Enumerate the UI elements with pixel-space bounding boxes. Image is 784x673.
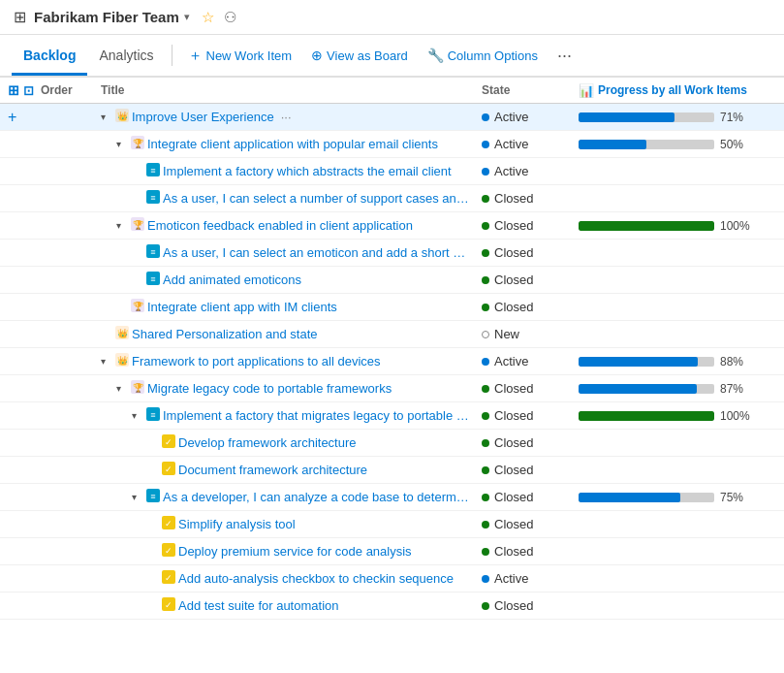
expand-icon[interactable]: ⊡ [23, 83, 34, 98]
add-child-button[interactable]: + [8, 109, 16, 126]
state-label: Active [494, 164, 528, 178]
svg-text:✓: ✓ [165, 519, 172, 529]
row-title: ✓ Simplify analysis tool [93, 514, 474, 534]
row-title-link[interactable]: Integrate client app with IM clients [147, 300, 337, 314]
th-title: Title [93, 83, 474, 97]
row-state: New [474, 327, 571, 341]
state-label: Active [494, 571, 528, 586]
table-row: ✓ Simplify analysis tool Closed [0, 511, 784, 538]
th-add-actions: ⊞ ⊡ [0, 82, 37, 98]
row-add-col: + [0, 109, 37, 126]
state-dot [482, 494, 489, 501]
row-title-link[interactable]: Emoticon feedback enabled in client appl… [147, 218, 413, 233]
row-state: Closed [474, 191, 571, 206]
story-icon: ≡ [146, 190, 160, 207]
new-work-item-button[interactable]: ＋ New Work Item [178, 42, 302, 70]
story-icon: ≡ [146, 244, 160, 261]
table-row: ▾ 👑 Framework to port applications to al… [0, 348, 784, 375]
svg-text:✓: ✓ [165, 600, 172, 610]
task-icon: ✓ [162, 462, 175, 478]
row-title-link[interactable]: Add animated emoticons [163, 272, 301, 287]
row-title-link[interactable]: Integrate client application with popula… [147, 137, 438, 151]
th-order: Order [37, 83, 93, 97]
row-title-link[interactable]: Add auto-analysis checkbox to checkin se… [178, 571, 454, 586]
collapse-toggle[interactable]: ▾ [116, 139, 128, 149]
collapse-toggle[interactable]: ▾ [116, 383, 128, 394]
row-title: ≡ Implement a factory which abstracts th… [93, 161, 474, 181]
row-title-link[interactable]: As a user, I can select an emoticon and … [163, 245, 470, 260]
row-title: ▾ ≡ Implement a factory that migrates le… [93, 405, 474, 426]
row-title: ✓ Deploy premium service for code analys… [93, 541, 474, 561]
svg-text:≡: ≡ [150, 274, 155, 284]
progress-bar-container [579, 140, 714, 149]
tab-analytics[interactable]: Analytics [87, 38, 165, 76]
row-state: Closed [474, 300, 571, 314]
team-people-icon[interactable]: ⚇ [224, 9, 236, 26]
row-title-link[interactable]: Add test suite for automation [178, 598, 338, 613]
progress-bar-container [579, 221, 714, 231]
collapse-toggle[interactable]: ▾ [132, 492, 143, 502]
state-dot [482, 358, 489, 366]
progress-bar-fill [579, 493, 680, 502]
state-label: Closed [494, 463, 533, 477]
row-title-link[interactable]: Implement a factory which abstracts the … [163, 164, 452, 178]
app-grid-icon: ⊞ [14, 8, 26, 26]
state-label: Closed [494, 272, 533, 287]
row-title: ≡ Add animated emoticons [93, 270, 474, 290]
state-label: Closed [494, 245, 533, 260]
team-star-icon[interactable]: ☆ [202, 9, 214, 26]
row-state: Closed [474, 517, 571, 531]
state-label: Closed [494, 381, 533, 396]
row-title-link[interactable]: Migrate legacy code to portable framewor… [147, 381, 392, 396]
row-title: ✓ Add auto-analysis checkbox to checkin … [93, 568, 474, 589]
team-name: Fabrikam Fiber Team [34, 9, 179, 25]
team-chevron-icon[interactable]: ▾ [184, 11, 190, 23]
row-title-link[interactable]: As a user, I can select a number of supp… [163, 191, 470, 206]
row-title: 🏆 Integrate client app with IM clients [93, 297, 474, 317]
row-state: Active [474, 110, 571, 124]
row-state: Closed [474, 463, 571, 477]
state-dot [482, 385, 489, 393]
state-dot [482, 521, 489, 529]
row-title-link[interactable]: Deploy premium service for code analysis [178, 544, 412, 559]
row-state: Closed [474, 218, 571, 233]
svg-text:≡: ≡ [150, 193, 155, 203]
tab-backlog[interactable]: Backlog [12, 38, 87, 76]
row-title-link[interactable]: Develop framework architecture [178, 435, 357, 450]
row-title-link[interactable]: Shared Personalization and state [132, 327, 318, 341]
svg-text:≡: ≡ [150, 492, 155, 501]
task-icon: ✓ [162, 434, 175, 451]
table-row: ✓ Add auto-analysis checkbox to checkin … [0, 565, 784, 593]
table-row: ▾ ≡ As a developer, I can analyze a code… [0, 484, 784, 511]
table-row: ✓ Document framework architecture Closed [0, 457, 784, 484]
state-label: New [494, 327, 519, 341]
state-dot [482, 141, 489, 148]
row-title-link[interactable]: As a developer, I can analyze a code bas… [163, 490, 470, 504]
collapse-toggle[interactable]: ▾ [101, 356, 112, 367]
collapse-toggle[interactable]: ▾ [116, 220, 128, 231]
table-row: ✓ Add test suite for automation Closed [0, 593, 784, 620]
svg-text:≡: ≡ [150, 410, 155, 420]
epic-icon: 👑 [115, 109, 129, 125]
task-icon: ✓ [162, 570, 175, 587]
row-title-link[interactable]: Framework to port applications to all de… [132, 354, 381, 369]
svg-text:🏆: 🏆 [133, 301, 144, 312]
progress-percent: 50% [720, 138, 743, 151]
more-options-button[interactable]: ··· [549, 41, 580, 71]
svg-text:👑: 👑 [117, 111, 129, 122]
row-title-link[interactable]: Simplify analysis tool [178, 517, 296, 531]
row-title: ≡ As a user, I can select an emoticon an… [93, 242, 474, 263]
row-more-icon[interactable]: ··· [281, 110, 292, 124]
view-as-board-button[interactable]: ⊕ View as Board [301, 43, 418, 68]
column-options-button[interactable]: 🔧 Column Options [418, 43, 548, 68]
row-title-link[interactable]: Document framework architecture [178, 463, 367, 477]
progress-bar-container [579, 384, 714, 394]
svg-text:🏆: 🏆 [133, 219, 144, 231]
row-title-link[interactable]: Implement a factory that migrates legacy… [163, 408, 470, 423]
row-title-link[interactable]: Improve User Experience [132, 110, 274, 124]
collapse-toggle[interactable]: ▾ [132, 410, 143, 421]
collapse-toggle[interactable]: ▾ [101, 112, 112, 122]
state-label: Closed [494, 218, 533, 233]
add-row-icon[interactable]: ⊞ [8, 82, 19, 98]
state-dot [482, 412, 489, 420]
